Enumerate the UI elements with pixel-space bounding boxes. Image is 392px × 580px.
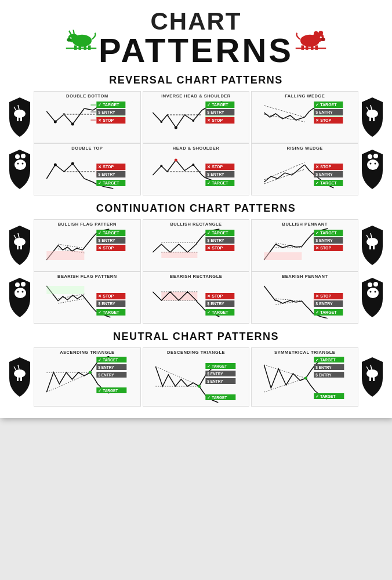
svg-point-187	[89, 371, 92, 374]
svg-text:$ ENTRY: $ ENTRY	[98, 238, 115, 243]
bearish-rectangle-cell: BEARISH RECTANGLE ✕ STOP	[143, 271, 250, 324]
side-bull-neutral-right	[360, 354, 385, 400]
svg-point-60	[15, 154, 20, 159]
svg-text:✕ STOP: ✕ STOP	[316, 294, 332, 298]
continuation-row-1: BULLISH FLAG PATTERN	[7, 219, 385, 271]
symmetrical-triangle-chart: ✓ TARGET $ ENTRY $ ENTRY ✓ TARGET	[254, 356, 355, 404]
neutral-row1-cells: ASCENDING TRIANGLE	[34, 347, 358, 407]
svg-point-174	[14, 369, 26, 378]
neutral-section: NEUTRAL CHART PATTERNS ASCENDING TRIANGL…	[7, 331, 385, 407]
bearish-flag-name: BEARISH FLAG PATTERN	[37, 274, 138, 279]
svg-rect-175	[17, 376, 19, 381]
svg-text:$ ENTRY: $ ENTRY	[98, 365, 114, 370]
svg-point-210	[366, 369, 378, 378]
svg-text:$ ENTRY: $ ENTRY	[316, 172, 333, 177]
side-bull-right-1	[360, 94, 385, 140]
svg-text:✕ STOP: ✕ STOP	[316, 118, 332, 122]
svg-point-133	[366, 238, 378, 246]
svg-marker-126	[264, 252, 302, 260]
svg-marker-116	[161, 252, 197, 258]
svg-rect-59	[373, 117, 375, 121]
svg-point-18	[320, 37, 322, 38]
header: CHART PATTERNS	[7, 9, 385, 67]
reversal-row2-cells: DOUBLE TOP ✕	[34, 143, 358, 195]
bull-icon	[64, 24, 99, 53]
bullish-pennant-chart: ✓ TARGET $ ENTRY ✕ STOP	[254, 228, 355, 269]
side-bear-2	[7, 146, 32, 193]
svg-point-41	[192, 119, 194, 122]
bearish-flag-chart: ✕ STOP $ ENTRY ✓ TARGET	[37, 280, 138, 321]
double-bottom-name: DOUBLE BOTTOM	[37, 93, 138, 99]
svg-text:✓ TARGET: ✓ TARGET	[98, 181, 119, 185]
svg-text:$ ENTRY: $ ENTRY	[98, 110, 115, 115]
continuation-row1-cells: BULLISH FLAG PATTERN	[34, 219, 358, 271]
svg-rect-134	[369, 245, 371, 249]
svg-text:✕ STOP: ✕ STOP	[98, 165, 114, 169]
svg-text:$ ENTRY: $ ENTRY	[316, 302, 333, 306]
svg-rect-17	[315, 45, 318, 50]
reversal-row-2: DOUBLE TOP ✕	[7, 143, 385, 195]
svg-text:$ ENTRY: $ ENTRY	[98, 302, 115, 306]
bearish-flag-cell: BEARISH FLAG PATTERN	[34, 271, 141, 324]
svg-rect-4	[79, 45, 82, 50]
svg-point-62	[14, 160, 26, 170]
svg-text:✓ TARGET: ✓ TARGET	[207, 364, 227, 368]
svg-text:✓ TARGET: ✓ TARGET	[207, 231, 228, 235]
svg-point-95	[368, 154, 372, 159]
head-shoulder-name: HEAD & SHOULDER	[146, 146, 247, 151]
bull-shield-neutral-icon	[8, 356, 31, 398]
bear-icon	[293, 24, 328, 53]
bearish-rectangle-name: BEARISH RECTANGLE	[146, 274, 247, 279]
svg-rect-16	[311, 45, 314, 50]
svg-rect-102	[20, 245, 22, 249]
svg-rect-14	[301, 45, 304, 50]
bearish-pennant-chart: ✕ STOP $ ENTRY ✓ TARGET	[254, 280, 355, 321]
falling-wedge-name: FALLING WEDGE	[254, 93, 355, 99]
bearish-rectangle-chart: ✕ STOP $ ENTRY ✓ TARGET	[146, 280, 247, 321]
svg-text:$ ENTRY: $ ENTRY	[207, 110, 224, 115]
double-top-cell: DOUBLE TOP ✕	[34, 143, 141, 195]
ascending-triangle-name: ASCENDING TRIANGLE	[37, 350, 138, 355]
svg-point-98	[370, 163, 372, 165]
svg-text:✕ STOP: ✕ STOP	[207, 118, 223, 122]
svg-rect-6	[88, 45, 91, 50]
svg-marker-144	[46, 286, 84, 294]
svg-point-172	[370, 291, 372, 293]
svg-rect-176	[20, 376, 22, 381]
svg-point-78	[175, 159, 177, 162]
svg-rect-5	[84, 45, 87, 50]
bullish-pennant-name: BULLISH PENNANT	[254, 222, 355, 227]
svg-point-40	[175, 126, 177, 129]
reversal-row1-cells: DOUBLE BOTTOM	[34, 91, 358, 143]
side-bull-1	[7, 94, 32, 140]
svg-point-136	[15, 282, 20, 287]
svg-rect-3	[74, 45, 77, 50]
svg-text:✕ STOP: ✕ STOP	[207, 294, 223, 298]
svg-point-68	[71, 162, 74, 165]
bullish-flag-cell: BULLISH FLAG PATTERN	[34, 219, 141, 271]
rising-wedge-cell: RISING WEDGE ✕ STOP	[251, 143, 358, 195]
reversal-row-1: DOUBLE BOTTOM	[7, 91, 385, 143]
svg-rect-135	[373, 245, 375, 249]
ascending-triangle-cell: ASCENDING TRIANGLE	[34, 347, 141, 407]
svg-rect-22	[20, 117, 22, 121]
svg-line-143	[58, 299, 84, 303]
ascending-triangle-chart: ✓ TARGET $ ENTRY $ ENTRY ✓ TARGET	[37, 356, 138, 404]
svg-rect-21	[17, 117, 19, 121]
continuation-section: CONTINUATION CHART PATTERNS BULLISH FLAG…	[7, 202, 385, 324]
svg-point-61	[21, 154, 26, 158]
svg-text:$ ENTRY: $ ENTRY	[207, 238, 224, 243]
svg-text:✓ TARGET: ✓ TARGET	[316, 310, 337, 314]
svg-point-198	[198, 385, 201, 388]
head-shoulder-cell: HEAD & SHOULDER	[143, 143, 250, 195]
svg-point-13	[318, 31, 323, 35]
svg-text:✕ STOP: ✕ STOP	[98, 246, 114, 250]
svg-point-77	[160, 165, 162, 167]
svg-point-97	[367, 160, 379, 170]
bearish-pennant-name: BEARISH PENNANT	[254, 274, 355, 279]
svg-text:✓ TARGET: ✓ TARGET	[316, 231, 337, 235]
patterns-text: PATTERNS	[99, 34, 293, 67]
svg-text:$ ENTRY: $ ENTRY	[316, 373, 332, 378]
bull-shield-neutral-right-icon	[361, 356, 384, 398]
bear-shield-right-icon	[361, 148, 384, 190]
